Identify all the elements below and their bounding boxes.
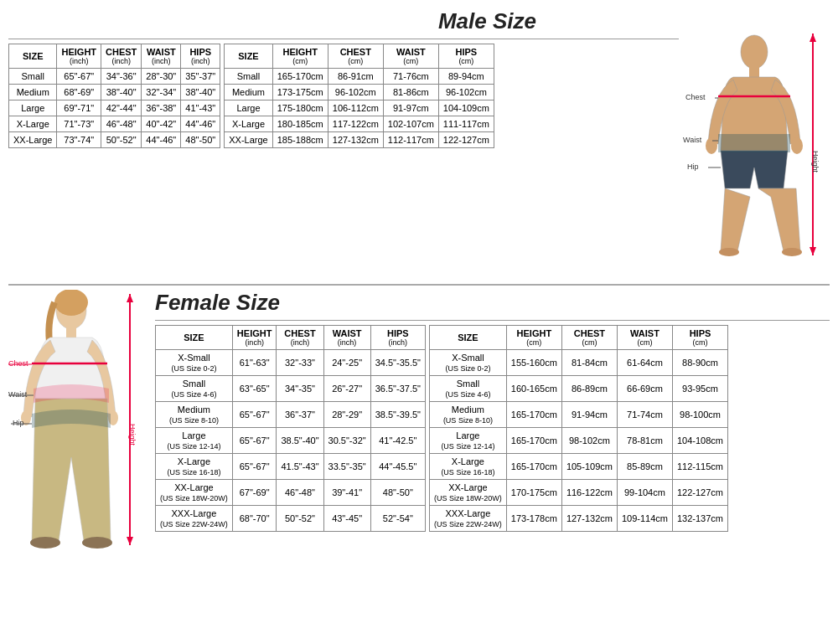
svg-text:Hip: Hip bbox=[13, 419, 24, 427]
table-cell: Small bbox=[9, 69, 57, 85]
table-cell: 63"-65" bbox=[232, 376, 277, 402]
table-cell: 117-122cm bbox=[328, 116, 383, 132]
table-cell: XXX-Large(US Size 22W-24W) bbox=[429, 506, 506, 532]
table-cell: 132-137cm bbox=[672, 506, 727, 532]
female-inch-chest-header: CHEST(inch) bbox=[277, 326, 323, 350]
table-cell: 89-94cm bbox=[438, 69, 494, 85]
table-cell: X-Large(US Size 16-18) bbox=[429, 454, 506, 480]
female-figure: Chest Waist Hip Height bbox=[8, 290, 155, 644]
table-cell: 91-94cm bbox=[561, 402, 617, 428]
table-cell: XX-Large(US Size 18W-20W) bbox=[429, 480, 506, 506]
svg-marker-10 bbox=[810, 247, 816, 255]
female-cm-waist-header: WAIST(cm) bbox=[617, 326, 672, 350]
table-cell: 41"-43" bbox=[181, 100, 220, 116]
table-cell: XX-Large bbox=[9, 132, 57, 148]
male-inch-chest-header: CHEST(inch) bbox=[101, 44, 142, 69]
table-cell: 61"-63" bbox=[232, 350, 277, 376]
table-cell: 46"-48" bbox=[101, 116, 142, 132]
table-cell: 112-115cm bbox=[672, 454, 727, 480]
svg-text:Chest: Chest bbox=[685, 93, 706, 101]
male-cm-hips-header: HIPS(cm) bbox=[438, 44, 494, 69]
female-inch-size-header: SIZE bbox=[156, 326, 233, 350]
table-cell: 106-112cm bbox=[328, 100, 383, 116]
table-cell: 81-86cm bbox=[383, 85, 438, 100]
table-cell: Small(US Size 4-6) bbox=[429, 376, 506, 402]
svg-point-3 bbox=[782, 248, 802, 256]
female-title: Female Size bbox=[155, 290, 830, 316]
table-cell: 96-102cm bbox=[438, 85, 494, 100]
table-cell: XXX-Large(US Size 22W-24W) bbox=[156, 506, 233, 532]
table-cell: 43"-45" bbox=[323, 506, 370, 532]
table-cell: 78-81cm bbox=[617, 428, 672, 454]
table-cell: 96-102cm bbox=[328, 85, 383, 100]
table-cell: 34"-36" bbox=[101, 69, 142, 85]
table-cell: X-Large bbox=[9, 116, 57, 132]
table-cell: 48"-50" bbox=[181, 132, 220, 148]
table-cell: 36.5"-37.5" bbox=[370, 376, 425, 402]
svg-text:Hip: Hip bbox=[687, 162, 699, 171]
table-cell: 65"-67" bbox=[57, 69, 101, 85]
female-cm-height-header: HEIGHT(cm) bbox=[506, 326, 561, 350]
svg-point-19 bbox=[54, 290, 88, 316]
table-cell: 109-114cm bbox=[617, 506, 672, 532]
table-cell: 61-64cm bbox=[617, 350, 672, 376]
table-cell: 34.5"-35.5" bbox=[370, 350, 425, 376]
female-tables-row: SIZE HEIGHT(inch) CHEST(inch) WAIST(inch… bbox=[155, 325, 830, 532]
table-cell: Small(US Size 4-6) bbox=[156, 376, 233, 402]
table-cell: Medium bbox=[9, 85, 57, 100]
table-cell: 35"-37" bbox=[181, 69, 220, 85]
table-cell: X-Small(US Size 0-2) bbox=[156, 350, 233, 376]
table-cell: 127-132cm bbox=[328, 132, 383, 148]
table-cell: 165-170cm bbox=[272, 69, 328, 85]
male-figure-svg: Chest Waist Hip Height bbox=[683, 33, 825, 276]
table-cell: 73"-74" bbox=[57, 132, 101, 148]
table-cell: 173-175cm bbox=[272, 85, 328, 100]
male-figure: Chest Waist Hip Height bbox=[683, 33, 830, 280]
table-cell: 68"-69" bbox=[57, 85, 101, 100]
page: Male Size SIZE HEIGHT(inch) CHEST(inch) … bbox=[0, 0, 838, 644]
svg-text:Height: Height bbox=[128, 424, 137, 446]
table-cell: 105-109cm bbox=[561, 454, 617, 480]
female-section: Chest Waist Hip Height Female Size SIZE bbox=[8, 290, 830, 644]
table-cell: Large(US Size 12-14) bbox=[156, 428, 233, 454]
table-cell: 41.5"-43" bbox=[277, 454, 323, 480]
table-cell: 111-117cm bbox=[438, 116, 494, 132]
table-cell: 104-109cm bbox=[438, 100, 494, 116]
table-cell: 68"-70" bbox=[232, 506, 277, 532]
table-cell: 112-117cm bbox=[383, 132, 438, 148]
table-cell: Small bbox=[225, 69, 272, 85]
table-cell: 44"-45.5" bbox=[370, 454, 425, 480]
table-cell: XX-Large(US Size 18W-20W) bbox=[156, 480, 233, 506]
table-cell: 185-188cm bbox=[272, 132, 328, 148]
female-inch-table: SIZE HEIGHT(inch) CHEST(inch) WAIST(inch… bbox=[155, 325, 426, 532]
table-cell: 36"-37" bbox=[277, 402, 323, 428]
table-cell: 155-160cm bbox=[506, 350, 561, 376]
table-cell: X-Small(US Size 0-2) bbox=[429, 350, 506, 376]
male-tables-row: SIZE HEIGHT(inch) CHEST(inch) WAIST(inch… bbox=[8, 44, 679, 148]
svg-text:Chest: Chest bbox=[8, 359, 28, 368]
table-cell: 160-165cm bbox=[506, 376, 561, 402]
svg-text:Waist: Waist bbox=[8, 390, 28, 399]
table-cell: 165-170cm bbox=[506, 428, 561, 454]
table-cell: 93-95cm bbox=[672, 376, 727, 402]
table-cell: 165-170cm bbox=[506, 402, 561, 428]
male-section: Male Size SIZE HEIGHT(inch) CHEST(inch) … bbox=[8, 8, 830, 280]
table-cell: Medium(US Size 8-10) bbox=[429, 402, 506, 428]
table-cell: 28"-30" bbox=[142, 69, 181, 85]
table-cell: Large bbox=[9, 100, 57, 116]
male-cm-height-header: HEIGHT(cm) bbox=[272, 44, 328, 69]
svg-rect-1 bbox=[749, 67, 759, 77]
svg-point-0 bbox=[741, 35, 768, 69]
male-inch-size-header: SIZE bbox=[9, 44, 57, 69]
male-cm-chest-header: CHEST(cm) bbox=[328, 44, 383, 69]
table-cell: 24"-25" bbox=[323, 350, 370, 376]
female-cm-chest-header: CHEST(cm) bbox=[561, 326, 617, 350]
table-cell: XX-Large bbox=[225, 132, 272, 148]
svg-text:Waist: Waist bbox=[683, 136, 702, 144]
female-inch-waist-header: WAIST(inch) bbox=[323, 326, 370, 350]
table-cell: 32"-33" bbox=[277, 350, 323, 376]
table-cell: 175-180cm bbox=[272, 100, 328, 116]
table-cell: 32"-34" bbox=[142, 85, 181, 100]
table-cell: 38.5"-39.5" bbox=[370, 402, 425, 428]
table-cell: 39"-41" bbox=[323, 480, 370, 506]
